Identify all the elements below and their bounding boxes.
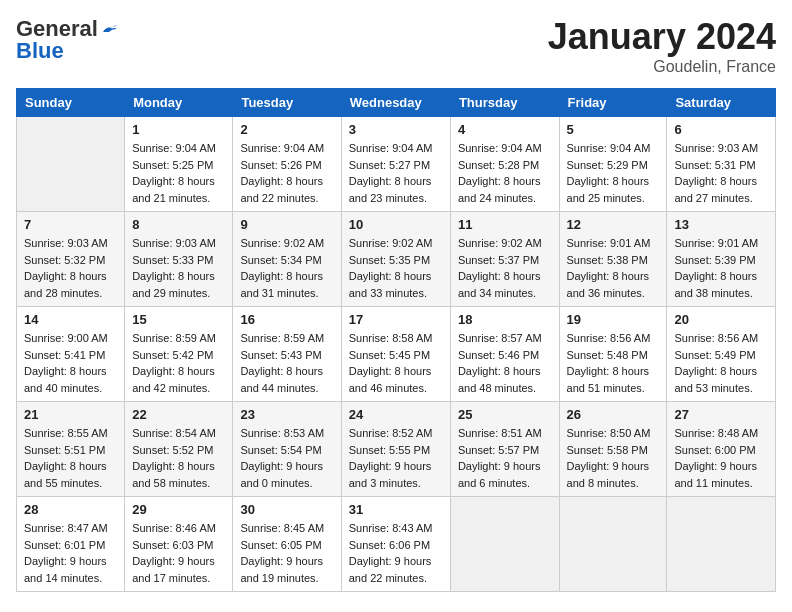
day-info: Sunrise: 9:02 AMSunset: 5:35 PMDaylight:… — [349, 235, 443, 301]
sunset-text: Sunset: 5:27 PM — [349, 157, 443, 174]
day-info: Sunrise: 8:56 AMSunset: 5:49 PMDaylight:… — [674, 330, 768, 396]
calendar-day-cell: 4Sunrise: 9:04 AMSunset: 5:28 PMDaylight… — [450, 117, 559, 212]
calendar-day-cell: 21Sunrise: 8:55 AMSunset: 5:51 PMDayligh… — [17, 402, 125, 497]
day-info: Sunrise: 8:59 AMSunset: 5:42 PMDaylight:… — [132, 330, 225, 396]
daylight-text: Daylight: 8 hours and 21 minutes. — [132, 173, 225, 206]
calendar-day-cell: 18Sunrise: 8:57 AMSunset: 5:46 PMDayligh… — [450, 307, 559, 402]
calendar-day-cell: 22Sunrise: 8:54 AMSunset: 5:52 PMDayligh… — [125, 402, 233, 497]
day-info: Sunrise: 8:53 AMSunset: 5:54 PMDaylight:… — [240, 425, 333, 491]
daylight-text: Daylight: 8 hours and 48 minutes. — [458, 363, 552, 396]
sunset-text: Sunset: 5:43 PM — [240, 347, 333, 364]
sunrise-text: Sunrise: 8:55 AM — [24, 425, 117, 442]
day-info: Sunrise: 8:58 AMSunset: 5:45 PMDaylight:… — [349, 330, 443, 396]
sunrise-text: Sunrise: 9:04 AM — [458, 140, 552, 157]
day-info: Sunrise: 9:02 AMSunset: 5:34 PMDaylight:… — [240, 235, 333, 301]
sunset-text: Sunset: 6:00 PM — [674, 442, 768, 459]
calendar-day-cell: 15Sunrise: 8:59 AMSunset: 5:42 PMDayligh… — [125, 307, 233, 402]
day-number: 2 — [240, 122, 333, 137]
calendar-day-cell: 25Sunrise: 8:51 AMSunset: 5:57 PMDayligh… — [450, 402, 559, 497]
title-block: January 2024 Goudelin, France — [548, 16, 776, 76]
sunset-text: Sunset: 6:05 PM — [240, 537, 333, 554]
day-info: Sunrise: 8:46 AMSunset: 6:03 PMDaylight:… — [132, 520, 225, 586]
day-number: 8 — [132, 217, 225, 232]
calendar-day-cell: 19Sunrise: 8:56 AMSunset: 5:48 PMDayligh… — [559, 307, 667, 402]
sunset-text: Sunset: 5:34 PM — [240, 252, 333, 269]
calendar-day-cell: 27Sunrise: 8:48 AMSunset: 6:00 PMDayligh… — [667, 402, 776, 497]
daylight-text: Daylight: 8 hours and 24 minutes. — [458, 173, 552, 206]
sunset-text: Sunset: 5:49 PM — [674, 347, 768, 364]
day-number: 18 — [458, 312, 552, 327]
daylight-text: Daylight: 8 hours and 22 minutes. — [240, 173, 333, 206]
calendar-day-cell: 2Sunrise: 9:04 AMSunset: 5:26 PMDaylight… — [233, 117, 341, 212]
day-number: 3 — [349, 122, 443, 137]
sunrise-text: Sunrise: 9:04 AM — [132, 140, 225, 157]
calendar-day-cell: 23Sunrise: 8:53 AMSunset: 5:54 PMDayligh… — [233, 402, 341, 497]
calendar-day-cell: 3Sunrise: 9:04 AMSunset: 5:27 PMDaylight… — [341, 117, 450, 212]
sunset-text: Sunset: 5:28 PM — [458, 157, 552, 174]
sunrise-text: Sunrise: 9:00 AM — [24, 330, 117, 347]
month-title: January 2024 — [548, 16, 776, 58]
day-number: 24 — [349, 407, 443, 422]
sunrise-text: Sunrise: 8:56 AM — [674, 330, 768, 347]
day-info: Sunrise: 9:04 AMSunset: 5:25 PMDaylight:… — [132, 140, 225, 206]
sunset-text: Sunset: 5:54 PM — [240, 442, 333, 459]
calendar-day-cell: 31Sunrise: 8:43 AMSunset: 6:06 PMDayligh… — [341, 497, 450, 592]
day-number: 19 — [567, 312, 660, 327]
day-number: 10 — [349, 217, 443, 232]
day-of-week-header: Sunday — [17, 89, 125, 117]
day-info: Sunrise: 8:55 AMSunset: 5:51 PMDaylight:… — [24, 425, 117, 491]
sunrise-text: Sunrise: 9:03 AM — [674, 140, 768, 157]
daylight-text: Daylight: 8 hours and 23 minutes. — [349, 173, 443, 206]
calendar-table: SundayMondayTuesdayWednesdayThursdayFrid… — [16, 88, 776, 592]
sunset-text: Sunset: 5:52 PM — [132, 442, 225, 459]
daylight-text: Daylight: 8 hours and 53 minutes. — [674, 363, 768, 396]
daylight-text: Daylight: 9 hours and 14 minutes. — [24, 553, 117, 586]
sunset-text: Sunset: 5:41 PM — [24, 347, 117, 364]
daylight-text: Daylight: 8 hours and 55 minutes. — [24, 458, 117, 491]
day-number: 21 — [24, 407, 117, 422]
sunrise-text: Sunrise: 9:03 AM — [132, 235, 225, 252]
day-of-week-header: Saturday — [667, 89, 776, 117]
sunset-text: Sunset: 5:29 PM — [567, 157, 660, 174]
day-info: Sunrise: 9:03 AMSunset: 5:32 PMDaylight:… — [24, 235, 117, 301]
day-info: Sunrise: 8:54 AMSunset: 5:52 PMDaylight:… — [132, 425, 225, 491]
day-info: Sunrise: 9:04 AMSunset: 5:29 PMDaylight:… — [567, 140, 660, 206]
sunrise-text: Sunrise: 9:04 AM — [567, 140, 660, 157]
daylight-text: Daylight: 8 hours and 31 minutes. — [240, 268, 333, 301]
day-number: 9 — [240, 217, 333, 232]
sunset-text: Sunset: 5:51 PM — [24, 442, 117, 459]
day-info: Sunrise: 9:03 AMSunset: 5:31 PMDaylight:… — [674, 140, 768, 206]
calendar-week-row: 28Sunrise: 8:47 AMSunset: 6:01 PMDayligh… — [17, 497, 776, 592]
daylight-text: Daylight: 8 hours and 28 minutes. — [24, 268, 117, 301]
day-number: 4 — [458, 122, 552, 137]
day-info: Sunrise: 8:50 AMSunset: 5:58 PMDaylight:… — [567, 425, 660, 491]
calendar-header-row: SundayMondayTuesdayWednesdayThursdayFrid… — [17, 89, 776, 117]
sunset-text: Sunset: 5:48 PM — [567, 347, 660, 364]
sunset-text: Sunset: 5:37 PM — [458, 252, 552, 269]
calendar-day-cell: 28Sunrise: 8:47 AMSunset: 6:01 PMDayligh… — [17, 497, 125, 592]
daylight-text: Daylight: 8 hours and 38 minutes. — [674, 268, 768, 301]
sunrise-text: Sunrise: 8:56 AM — [567, 330, 660, 347]
day-info: Sunrise: 8:52 AMSunset: 5:55 PMDaylight:… — [349, 425, 443, 491]
calendar-day-cell: 13Sunrise: 9:01 AMSunset: 5:39 PMDayligh… — [667, 212, 776, 307]
sunset-text: Sunset: 5:26 PM — [240, 157, 333, 174]
logo-blue-text: Blue — [16, 38, 64, 64]
calendar-day-cell: 11Sunrise: 9:02 AMSunset: 5:37 PMDayligh… — [450, 212, 559, 307]
day-number: 31 — [349, 502, 443, 517]
day-info: Sunrise: 8:47 AMSunset: 6:01 PMDaylight:… — [24, 520, 117, 586]
sunrise-text: Sunrise: 8:50 AM — [567, 425, 660, 442]
daylight-text: Daylight: 8 hours and 25 minutes. — [567, 173, 660, 206]
day-number: 6 — [674, 122, 768, 137]
day-number: 1 — [132, 122, 225, 137]
day-number: 22 — [132, 407, 225, 422]
day-info: Sunrise: 9:04 AMSunset: 5:28 PMDaylight:… — [458, 140, 552, 206]
sunrise-text: Sunrise: 8:53 AM — [240, 425, 333, 442]
day-info: Sunrise: 9:03 AMSunset: 5:33 PMDaylight:… — [132, 235, 225, 301]
calendar-day-cell: 17Sunrise: 8:58 AMSunset: 5:45 PMDayligh… — [341, 307, 450, 402]
day-number: 20 — [674, 312, 768, 327]
location: Goudelin, France — [548, 58, 776, 76]
sunrise-text: Sunrise: 8:45 AM — [240, 520, 333, 537]
day-number: 13 — [674, 217, 768, 232]
day-number: 15 — [132, 312, 225, 327]
daylight-text: Daylight: 9 hours and 3 minutes. — [349, 458, 443, 491]
